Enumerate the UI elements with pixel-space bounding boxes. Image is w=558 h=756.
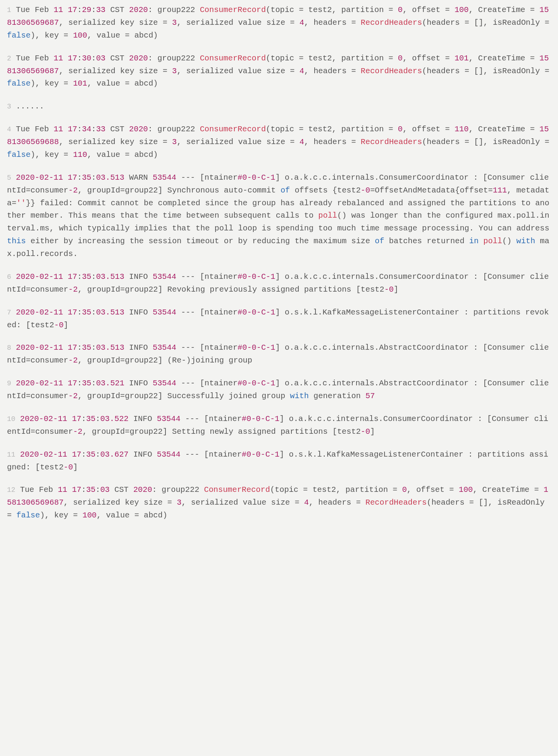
- log-token: INFO: [129, 414, 157, 423]
- log-token: 11: [58, 485, 67, 494]
- log-token: 53544: [153, 308, 176, 317]
- log-token: 03: [96, 54, 105, 63]
- log-token: 17: [72, 485, 81, 494]
- log-token: 35: [82, 272, 91, 281]
- log-token: , groupId=group22] (Re-)joining group: [78, 356, 252, 365]
- log-token: --- [ntainer: [176, 173, 238, 182]
- log-token: 03: [100, 485, 110, 494]
- log-token: :: [77, 272, 82, 281]
- log-token: , groupId=group22] Revoking previously a…: [78, 285, 384, 294]
- log-token: #0-0-C-1: [238, 343, 275, 352]
- line-number: 4: [7, 125, 11, 133]
- log-token: Tue Feb: [11, 5, 54, 14]
- log-token: --- [ntainer: [181, 414, 242, 423]
- log-token: either by increasing the session timeout…: [26, 237, 375, 246]
- log-token: 35: [86, 450, 95, 459]
- log-token: 0: [398, 54, 403, 63]
- log-token: 2020: [129, 125, 148, 134]
- log-token: ......: [11, 102, 44, 111]
- log-token: in: [469, 237, 479, 246]
- log-output: 1 Tue Feb 11 17:29:33 CST 2020: group222…: [7, 4, 551, 522]
- log-token: , groupId=group22] Successfully joined g…: [78, 392, 290, 400]
- log-token: :: [96, 450, 100, 459]
- log-token: 03.513: [96, 308, 124, 317]
- log-token: 100: [83, 511, 97, 520]
- log-token: --- [ntainer: [181, 450, 242, 459]
- log-token: , serialized value size =: [177, 18, 299, 27]
- log-token: [11, 308, 16, 317]
- line-number: 9: [7, 380, 11, 387]
- log-token: 53544: [153, 272, 176, 281]
- log-token: :: [77, 379, 82, 388]
- log-token: : group222: [148, 5, 200, 14]
- log-token: :: [96, 414, 100, 423]
- log-line: 11 2020-02-11 17:35:03.627 INFO 53544 --…: [7, 448, 551, 474]
- log-line: 1 Tue Feb 11 17:29:33 CST 2020: group222…: [7, 4, 551, 42]
- log-token: [63, 5, 68, 14]
- log-token: ]: [64, 321, 68, 330]
- log-token: ConsumerRecord: [200, 125, 266, 134]
- log-token: Tue Feb: [16, 485, 58, 494]
- log-token: , serialized value size =: [177, 67, 299, 76]
- log-token: 53544: [157, 414, 181, 423]
- log-token: offsets {test2: [290, 186, 361, 195]
- log-token: [63, 54, 68, 63]
- log-token: 53544: [153, 343, 176, 352]
- log-token: 4: [300, 137, 304, 146]
- log-token: 53544: [153, 173, 176, 182]
- log-token: false: [7, 79, 31, 88]
- log-token: , serialized key size =: [64, 498, 177, 507]
- log-token: , value = abcd): [87, 79, 158, 88]
- log-token: -2: [73, 427, 82, 436]
- log-token: RecordHeaders: [361, 18, 422, 27]
- log-token: 2020-02-11 17: [16, 343, 77, 352]
- log-token: [67, 485, 72, 494]
- log-token: ), key =: [40, 511, 83, 520]
- log-token: 57: [365, 392, 375, 400]
- log-token: poll: [483, 237, 502, 246]
- log-token: :: [91, 379, 96, 388]
- log-line: 3 ......: [7, 100, 551, 113]
- log-token: false: [7, 31, 31, 40]
- line-number: 8: [7, 344, 11, 352]
- log-token: 3: [172, 67, 177, 76]
- log-token: [16, 414, 20, 423]
- log-token: 33: [96, 5, 105, 14]
- log-token: 03.513: [96, 173, 124, 182]
- log-token: with: [290, 392, 309, 400]
- log-token: ]: [370, 427, 375, 436]
- log-token: INFO: [129, 450, 157, 459]
- log-token: (headers = [], isReadOnly =: [422, 67, 549, 76]
- log-token: 4: [300, 67, 304, 76]
- log-token: , serialized key size =: [59, 137, 172, 146]
- log-token: -0: [384, 285, 394, 294]
- log-token: 17: [68, 5, 77, 14]
- log-token: false: [7, 150, 31, 159]
- line-number: 1: [7, 6, 11, 14]
- log-token: 0: [402, 485, 407, 494]
- log-token: 11: [53, 54, 63, 63]
- log-token: , CreateTime =: [468, 5, 539, 14]
- log-token: -0: [64, 463, 73, 472]
- log-token: ]: [73, 463, 78, 472]
- log-token: (): [502, 237, 517, 246]
- log-token: :: [81, 485, 86, 494]
- log-token: 35: [82, 343, 91, 352]
- log-token: 03.627: [100, 450, 129, 459]
- log-token: poll: [318, 211, 337, 220]
- log-token: 35: [82, 379, 91, 388]
- log-token: , value = abcd): [87, 150, 158, 159]
- log-token: 33: [96, 125, 105, 134]
- log-token: INFO: [124, 308, 153, 317]
- log-token: [11, 272, 16, 281]
- log-token: , serialized key size =: [59, 18, 172, 27]
- log-token: :: [77, 343, 82, 352]
- log-token: #0-0-C-1: [242, 450, 279, 459]
- log-token: RecordHeaders: [361, 67, 422, 76]
- log-token: --- [ntainer: [176, 379, 238, 388]
- log-token: :: [77, 173, 82, 182]
- log-token: (headers = [], isReadOnly =: [422, 137, 549, 146]
- log-token: batches returned: [384, 237, 469, 246]
- log-token: :: [77, 125, 82, 134]
- log-token: , offset =: [403, 54, 455, 63]
